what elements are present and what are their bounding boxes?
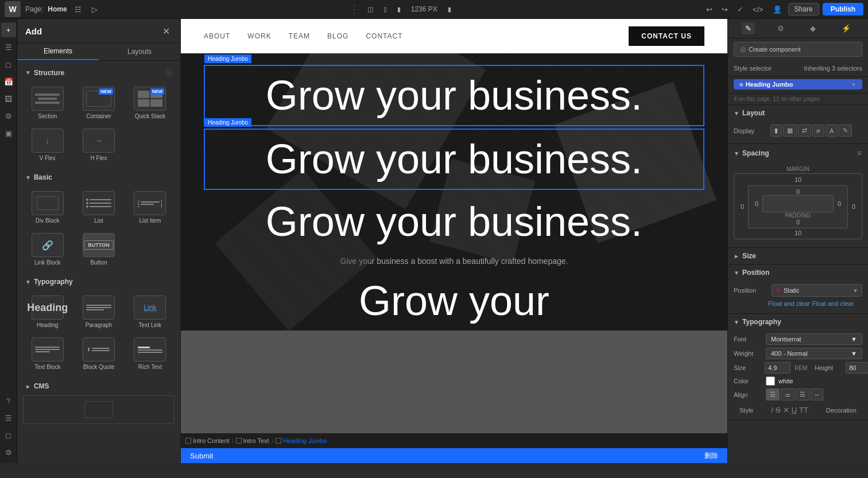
nav-blog[interactable]: BLOG xyxy=(327,32,348,40)
pages-icon[interactable]: ☰ xyxy=(1,40,16,55)
float-clear-label[interactable]: Float and clear xyxy=(812,300,854,307)
list-element[interactable]: List xyxy=(74,188,123,227)
help-icon[interactable]: ? xyxy=(1,393,16,408)
close-sidebar-btn[interactable]: ✕ xyxy=(160,25,172,38)
display-none-btn[interactable]: ⌀ xyxy=(812,125,824,137)
structure-info-icon[interactable]: ⓘ xyxy=(166,68,172,77)
display-flex-btn[interactable]: ⇄ xyxy=(798,125,811,137)
size-section-header[interactable]: ► Size xyxy=(728,248,868,264)
align-left-btn[interactable]: ☰ xyxy=(766,388,780,401)
typography-section-header[interactable]: ▼ Typography xyxy=(728,314,868,330)
blockquote-element[interactable]: Block Quote xyxy=(74,334,123,374)
contact-us-btn[interactable]: CONTACT US xyxy=(629,26,704,46)
style-selector-pill[interactable]: ■ Heading Jumbo ▼ xyxy=(734,79,862,90)
heading-element[interactable]: Heading Heading xyxy=(23,292,72,332)
basic-section-header[interactable]: ▼ Basic xyxy=(17,170,180,184)
divblock-element[interactable]: Div Block xyxy=(23,188,72,227)
nav-work[interactable]: WORK xyxy=(247,32,271,40)
cms-section-header[interactable]: ► CMS xyxy=(17,379,180,393)
typography-section-header[interactable]: ▼ Typography xyxy=(17,275,180,289)
spacing-action-btn[interactable]: ≡ xyxy=(856,148,862,158)
weight-select[interactable]: 400 - Normal ▼ xyxy=(766,348,862,359)
padding-right-val[interactable]: 0 xyxy=(834,200,845,207)
page-settings-btn[interactable]: ☷ xyxy=(72,3,84,15)
vflex-element[interactable]: ↓ V Flex xyxy=(23,125,72,165)
paragraph-element[interactable]: Paragraph xyxy=(74,292,123,332)
heading-jumbo-3[interactable]: Grow your business. xyxy=(181,192,727,251)
heading-jumbo-4[interactable]: Grow your xyxy=(181,271,727,331)
align-right-btn[interactable]: ☰ xyxy=(796,388,809,401)
display-edit-btn[interactable]: ✎ xyxy=(839,125,852,137)
linkblock-element[interactable]: 🔗 Link Block xyxy=(23,230,72,269)
apps-icon[interactable]: ▣ xyxy=(1,126,16,141)
listitem-element[interactable]: [ ] List Item xyxy=(126,188,175,227)
code-btn[interactable]: </> xyxy=(750,3,766,15)
breadcrumb-intro-text[interactable]: Intro Text xyxy=(236,437,269,444)
undo-btn[interactable]: ↩ xyxy=(703,3,715,15)
position-section-header[interactable]: ▼ Position xyxy=(728,265,868,281)
breadcrumb-heading-jumbo[interactable]: Heading Jumbo xyxy=(276,437,327,444)
quickstack-element[interactable]: NEW Quick Stack xyxy=(126,83,175,123)
margin-right-val[interactable]: 0 xyxy=(848,203,859,210)
settings-icon[interactable]: ⚙ xyxy=(1,445,16,460)
textlink-element[interactable]: Link Text Link xyxy=(126,292,175,332)
breakpoint-mobile-btn[interactable]: ▮ xyxy=(394,4,404,15)
breakpoint-desktop-btn[interactable]: ◫ xyxy=(364,4,377,15)
breadcrumb-checkbox-3[interactable] xyxy=(276,438,281,444)
components-icon[interactable]: ⚙ xyxy=(1,108,16,123)
structure-section-header[interactable]: ▼ Structure ⓘ xyxy=(17,65,180,80)
uppercase-btn[interactable]: TT xyxy=(799,406,808,414)
heading-jumbo-2[interactable]: Heading Jumbo Grow your business. xyxy=(204,129,704,190)
publish-btn[interactable]: Publish xyxy=(823,3,863,15)
cms-icon[interactable]: 📅 xyxy=(1,74,16,89)
preview-btn[interactable]: ▷ xyxy=(89,3,100,15)
position-select[interactable]: ✕ Static ▼ xyxy=(772,284,862,297)
margin-top-val[interactable]: 10 xyxy=(737,176,859,183)
animations-tab[interactable]: ⚡ xyxy=(838,22,854,34)
settings-tab[interactable]: ⚙ xyxy=(774,22,788,34)
breadcrumb-checkbox-2[interactable] xyxy=(236,438,242,444)
margin-bottom-val[interactable]: 10 xyxy=(737,230,859,236)
interactions-tab[interactable]: ◆ xyxy=(807,22,819,34)
richtext-element[interactable]: Rich Text xyxy=(126,334,175,374)
spacing-section-header[interactable]: ▼ Spacing ≡ xyxy=(728,144,868,162)
size-input[interactable] xyxy=(765,362,790,374)
section-element[interactable]: Section xyxy=(23,83,72,123)
heading-jumbo-1[interactable]: Heading Jumbo Grow your business. xyxy=(204,65,704,126)
breadcrumb-intro-content[interactable]: Intro Content xyxy=(185,437,230,444)
nav-team[interactable]: TEAM xyxy=(289,32,310,40)
margin-left-val[interactable]: 0 xyxy=(737,203,748,210)
layout-section-header[interactable]: ▼ Layout xyxy=(728,105,868,121)
cms2-icon[interactable]: ◻ xyxy=(1,428,16,442)
container-element[interactable]: NEW Container xyxy=(74,83,123,123)
font-select[interactable]: Montserrat ▼ xyxy=(766,333,862,345)
breakpoint-tablet-btn[interactable]: ▯ xyxy=(380,4,390,15)
padding-left-val[interactable]: 0 xyxy=(751,200,762,207)
underline-btn[interactable]: U xyxy=(792,406,797,414)
w-logo[interactable]: W xyxy=(5,1,21,17)
navigator-icon[interactable]: ◻ xyxy=(1,57,16,72)
align-justify-btn[interactable]: ─ xyxy=(811,388,823,401)
person-btn[interactable]: 👤 xyxy=(770,3,785,15)
account-icon[interactable]: ☰ xyxy=(1,410,16,425)
assets-icon[interactable]: 🖼 xyxy=(1,91,16,106)
textblock-element[interactable]: Text Block xyxy=(23,334,72,374)
delete-label[interactable]: 删除 xyxy=(704,451,718,461)
share-btn[interactable]: Share xyxy=(788,3,819,15)
nav-about[interactable]: ABOUT xyxy=(204,32,230,40)
button-element[interactable]: BUTTON Button xyxy=(74,230,123,269)
tab-layouts[interactable]: Layouts xyxy=(99,43,180,60)
tab-elements[interactable]: Elements xyxy=(17,43,99,60)
display-grid-btn[interactable]: ▦ xyxy=(783,125,797,137)
padding-top-val[interactable]: 0 xyxy=(751,188,845,195)
nav-contact[interactable]: CONTACT xyxy=(366,32,402,40)
italic-btn[interactable]: I xyxy=(771,406,773,414)
check-btn[interactable]: ✓ xyxy=(734,3,746,15)
create-component-btn[interactable]: ◎ Create component xyxy=(734,42,862,57)
close-style-btn[interactable]: ✕ xyxy=(783,406,789,414)
breakpoint-small-btn[interactable]: ▮ xyxy=(444,4,455,15)
strikethrough-btn[interactable]: S xyxy=(776,406,781,414)
hflex-element[interactable]: → H Flex xyxy=(74,125,123,165)
height-input[interactable] xyxy=(846,362,868,374)
breadcrumb-checkbox-1[interactable] xyxy=(185,438,191,444)
